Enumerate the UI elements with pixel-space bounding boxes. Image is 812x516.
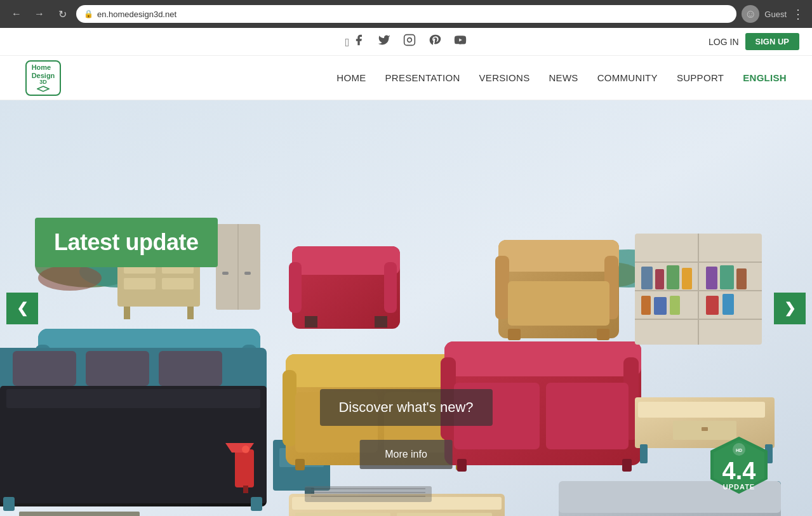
svg-rect-85: [720, 265, 734, 289]
nav-news[interactable]: NEWS: [549, 72, 578, 83]
svg-rect-87: [641, 296, 651, 315]
user-area: ☺ Guest ⋮: [742, 5, 804, 23]
svg-rect-40: [159, 351, 222, 386]
svg-rect-54: [283, 370, 296, 446]
svg-rect-39: [86, 351, 149, 386]
user-avatar-icon[interactable]: ☺: [742, 5, 759, 23]
instagram-icon[interactable]: [403, 34, 416, 50]
svg-rect-26: [305, 316, 317, 327]
svg-rect-27: [375, 316, 387, 327]
svg-rect-69: [498, 240, 619, 272]
logo-box[interactable]: HomeDesign 3D: [25, 60, 61, 96]
svg-rect-89: [670, 296, 680, 315]
svg-rect-82: [667, 265, 679, 289]
nav-links: HOME PRESENTATION VERSIONS NEWS COMMUNIT…: [336, 72, 787, 83]
nav-versions[interactable]: VERSIONS: [479, 72, 530, 83]
svg-rect-66: [457, 459, 467, 472]
svg-rect-88: [654, 297, 667, 315]
nav-home[interactable]: HOME: [336, 72, 366, 83]
discover-box: Discover what's new?: [319, 389, 492, 426]
discover-text: Discover what's new?: [338, 399, 473, 415]
nav-english[interactable]: ENGLISH: [743, 72, 787, 83]
svg-point-51: [242, 446, 250, 453]
nav-presentation[interactable]: PRESENTATION: [385, 72, 460, 83]
svg-rect-0: [404, 35, 415, 46]
svg-rect-86: [736, 268, 747, 289]
svg-rect-42: [6, 389, 260, 408]
svg-rect-16: [124, 307, 130, 319]
svg-rect-65: [546, 383, 629, 449]
logo-version: 3D: [39, 79, 47, 86]
login-button[interactable]: LOG IN: [709, 37, 738, 47]
version-update-label: UPDATE: [723, 483, 755, 491]
facebook-icon[interactable]: : [345, 34, 366, 50]
top-social-bar:  LOG IN SIGN UP: [0, 28, 812, 56]
svg-rect-84: [706, 267, 717, 289]
auth-buttons: LOG IN SIGN UP: [709, 33, 799, 50]
svg-rect-61: [444, 341, 641, 376]
forward-button[interactable]: →: [30, 5, 48, 23]
social-icons-group: : [345, 34, 467, 50]
browser-chrome: ← → ↻ 🔒 en.homedesign3d.net ☺ Guest ⋮: [0, 0, 812, 28]
svg-rect-23: [292, 246, 400, 275]
more-info-button[interactable]: More info: [359, 440, 453, 469]
svg-point-7: [38, 265, 102, 291]
svg-rect-25: [384, 262, 397, 313]
svg-rect-38: [13, 351, 76, 386]
nav-support[interactable]: SUPPORT: [677, 72, 724, 83]
svg-rect-43: [3, 497, 15, 511]
svg-rect-48: [235, 449, 254, 487]
logo-diamond-icon: [37, 86, 50, 92]
svg-rect-73: [508, 329, 521, 340]
version-badge: HD 4.4 UPDATE: [704, 433, 774, 503]
signup-button[interactable]: SIGN UP: [745, 33, 799, 50]
svg-rect-24: [289, 262, 302, 313]
version-number: 4.4: [722, 459, 756, 483]
svg-rect-44: [251, 497, 262, 511]
svg-rect-109: [19, 512, 140, 516]
twitter-icon[interactable]: [378, 34, 390, 50]
svg-rect-103: [397, 513, 492, 516]
svg-rect-96: [640, 444, 648, 463]
svg-rect-21: [244, 272, 251, 275]
svg-rect-20: [222, 272, 229, 275]
user-name: Guest: [764, 10, 787, 19]
latest-update-text: Latest update: [54, 229, 199, 255]
version-content: 4.4 UPDATE: [704, 433, 774, 503]
svg-rect-58: [295, 459, 305, 470]
logo-title: HomeDesign: [32, 63, 55, 79]
svg-rect-80: [641, 267, 653, 289]
prev-arrow-button[interactable]: ❮: [6, 293, 38, 324]
svg-rect-83: [682, 268, 692, 289]
pinterest-icon[interactable]: [429, 34, 441, 50]
svg-rect-70: [495, 256, 509, 319]
svg-rect-14: [124, 278, 156, 289]
svg-rect-90: [706, 296, 719, 315]
url-bar[interactable]: 🔒 en.homedesign3d.net: [76, 5, 736, 23]
svg-rect-102: [295, 513, 390, 516]
nav-community[interactable]: COMMUNITY: [597, 72, 658, 83]
next-arrow-button[interactable]: ❯: [774, 293, 806, 324]
url-text: en.homedesign3d.net: [97, 10, 176, 19]
svg-rect-15: [162, 278, 194, 289]
svg-rect-95: [702, 427, 708, 431]
svg-rect-17: [187, 307, 194, 319]
browser-menu-button[interactable]: ⋮: [792, 6, 804, 22]
logo[interactable]: HomeDesign 3D: [25, 60, 61, 96]
back-button[interactable]: ←: [8, 5, 25, 23]
svg-rect-50: [243, 486, 248, 493]
youtube-icon[interactable]: [454, 34, 467, 50]
main-navigation: HomeDesign 3D HOME PRESENTATION VERSIONS…: [0, 56, 812, 100]
svg-rect-93: [638, 402, 765, 418]
hero-section: Latest update Discover what's new? More …: [0, 100, 812, 516]
svg-marker-3: [37, 86, 49, 91]
lock-icon: 🔒: [84, 10, 93, 18]
svg-rect-91: [722, 294, 734, 315]
svg-rect-74: [597, 329, 609, 340]
svg-rect-72: [508, 281, 609, 326]
latest-update-badge: Latest update: [35, 218, 218, 267]
reload-button[interactable]: ↻: [53, 5, 71, 23]
svg-rect-81: [655, 269, 664, 289]
svg-rect-67: [622, 459, 632, 472]
